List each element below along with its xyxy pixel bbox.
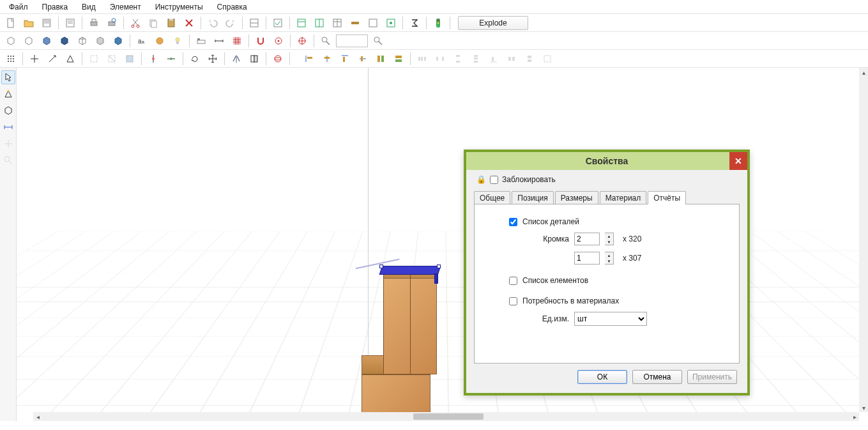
zoom-icon[interactable]: [317, 33, 334, 49]
text-icon[interactable]: aa: [133, 33, 150, 49]
scroll-down-icon[interactable]: ▾: [859, 403, 868, 412]
align-3-icon[interactable]: [337, 51, 353, 66]
scroll-right-icon[interactable]: ▸: [850, 412, 859, 421]
undo-icon[interactable]: [204, 15, 221, 31]
mirror-icon[interactable]: [228, 51, 245, 66]
print-preview-icon[interactable]: [103, 15, 120, 31]
tab-material[interactable]: Материал: [600, 191, 647, 204]
dialog-close-button[interactable]: ✕: [729, 152, 747, 170]
select-fence-icon[interactable]: [103, 51, 120, 66]
zoom-tool-icon[interactable]: [1, 153, 15, 167]
light-icon[interactable]: [169, 33, 186, 49]
print-icon[interactable]: [86, 15, 102, 31]
tab-size[interactable]: Размеры: [555, 191, 598, 204]
table6-icon[interactable]: [383, 15, 399, 31]
view-realistic-icon[interactable]: [92, 33, 109, 49]
distribute-6-icon[interactable]: [503, 51, 520, 66]
cut-icon[interactable]: [127, 15, 144, 31]
edge1-spinner[interactable]: ▲▼: [605, 233, 614, 245]
table2-icon[interactable]: [311, 15, 328, 31]
sum-icon[interactable]: [406, 15, 423, 31]
magnet-icon[interactable]: [252, 33, 269, 49]
view-shaded-icon[interactable]: [38, 33, 55, 49]
view-transparent-icon[interactable]: [74, 33, 91, 49]
distribute-2-icon[interactable]: [432, 51, 448, 66]
properties-page-icon[interactable]: [62, 15, 79, 31]
axis-x-icon[interactable]: [145, 51, 162, 66]
checkbox-icon[interactable]: [270, 15, 286, 31]
target2-icon[interactable]: [294, 33, 310, 49]
menu-edit[interactable]: Правка: [36, 1, 75, 13]
sphere-target-icon[interactable]: [270, 51, 286, 66]
scroll-thumb[interactable]: [413, 413, 483, 420]
view-shaded-edges-icon[interactable]: [56, 33, 73, 49]
axis-y-icon[interactable]: [163, 51, 179, 66]
traffic-light-icon[interactable]: [430, 15, 446, 31]
menu-help[interactable]: Справка: [211, 1, 254, 13]
distribute-8-icon[interactable]: [539, 51, 556, 66]
move3d-icon[interactable]: [204, 51, 221, 66]
tab-reports[interactable]: Отчёты: [648, 191, 686, 204]
camera-tool-icon[interactable]: [1, 87, 15, 101]
target-icon[interactable]: [270, 33, 287, 49]
open-file-icon[interactable]: [20, 15, 37, 31]
search-value-input[interactable]: [336, 35, 368, 47]
cancel-button[interactable]: Отмена: [632, 370, 682, 384]
tab-position[interactable]: Позиция: [512, 191, 553, 204]
distribute-7-icon[interactable]: [521, 51, 538, 66]
ok-button[interactable]: ОК: [577, 370, 627, 384]
paste-icon[interactable]: [163, 15, 179, 31]
distribute-4-icon[interactable]: [468, 51, 484, 66]
align-4-icon[interactable]: [354, 51, 371, 66]
tab-general[interactable]: Общее: [474, 191, 510, 204]
distribute-5-icon[interactable]: [485, 51, 502, 66]
table3-icon[interactable]: [329, 15, 346, 31]
table5-icon[interactable]: [365, 15, 381, 31]
pointer-tool-icon[interactable]: [1, 70, 15, 84]
vertical-scrollbar[interactable]: ▴ ▾: [859, 68, 868, 412]
bed-icon[interactable]: [193, 33, 209, 49]
menu-file[interactable]: Файл: [3, 1, 34, 13]
distribute-1-icon[interactable]: [414, 51, 430, 66]
dialog-title[interactable]: Свойства ✕: [466, 152, 747, 170]
apply-button[interactable]: Применить: [687, 370, 737, 384]
scroll-up-icon[interactable]: ▴: [859, 68, 868, 77]
viewport-3d[interactable]: Свойства ✕ 🔒 Заблокировать Общее Позиция…: [17, 68, 868, 421]
lock-checkbox[interactable]: [490, 176, 498, 184]
explode-button[interactable]: Explode: [458, 16, 528, 30]
material-ball-icon[interactable]: [151, 33, 168, 49]
select-rect-icon[interactable]: [86, 51, 102, 66]
view-hidden-icon[interactable]: [20, 33, 37, 49]
rotate-icon[interactable]: [187, 51, 203, 66]
zoom2-icon[interactable]: [370, 33, 386, 49]
dimension-tool-icon[interactable]: [1, 120, 15, 134]
move-icon[interactable]: [26, 51, 43, 66]
material-need-checkbox[interactable]: [509, 297, 517, 305]
assembly-icon[interactable]: [246, 15, 263, 31]
grid-select-icon[interactable]: [3, 51, 19, 66]
menu-element[interactable]: Элемент: [103, 1, 148, 13]
align-2-icon[interactable]: [319, 51, 335, 66]
align-6-icon[interactable]: [390, 51, 407, 66]
edge2-spinner[interactable]: ▲▼: [605, 252, 614, 265]
distribute-3-icon[interactable]: [450, 51, 466, 66]
new-file-icon[interactable]: [3, 15, 19, 31]
align-1-icon[interactable]: [301, 51, 317, 66]
unit-select[interactable]: шт: [574, 312, 647, 326]
edit-poly-icon[interactable]: [62, 51, 79, 66]
copy-icon[interactable]: [145, 15, 162, 31]
menu-tools[interactable]: Инструменты: [149, 1, 209, 13]
table1-icon[interactable]: [293, 15, 310, 31]
view-iso-icon[interactable]: [110, 33, 126, 49]
elements-list-checkbox[interactable]: [509, 277, 517, 285]
select-all-icon[interactable]: [121, 51, 138, 66]
pan-tool-icon[interactable]: [1, 137, 15, 151]
move2-icon[interactable]: [44, 51, 61, 66]
align-5-icon[interactable]: [372, 51, 389, 66]
table4-icon[interactable]: [347, 15, 363, 31]
box-tool-icon[interactable]: [1, 104, 15, 118]
save-icon[interactable]: [38, 15, 55, 31]
edge2-input[interactable]: [574, 252, 600, 265]
measure-icon[interactable]: [211, 33, 227, 49]
delete-icon[interactable]: [181, 15, 197, 31]
